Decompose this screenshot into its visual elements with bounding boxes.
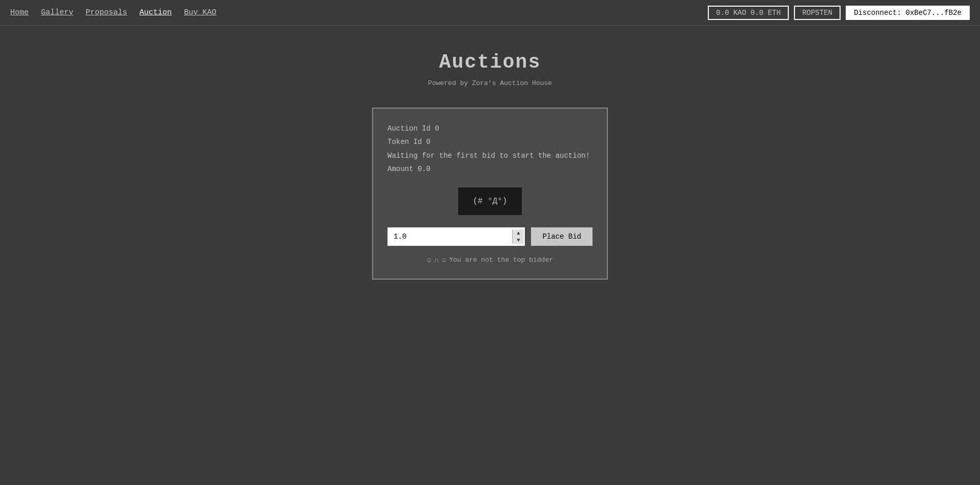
auction-info: Auction Id 0 Token Id 0 Waiting for the …: [387, 123, 593, 175]
status-icon-left: ☺: [427, 256, 431, 264]
auction-status: Waiting for the first bid to start the a…: [387, 150, 593, 161]
kaomoji-display: (# °Д°): [458, 187, 521, 215]
not-top-bidder-label: You are not the top bidder: [449, 256, 553, 264]
navbar: Home Gallery Proposals Auction Buy KAO 0…: [0, 0, 980, 26]
bid-input[interactable]: [389, 228, 512, 245]
nav-buy-kao[interactable]: Buy KAO: [184, 8, 216, 17]
auction-card: Auction Id 0 Token Id 0 Waiting for the …: [372, 108, 608, 280]
bid-decrement-button[interactable]: ▼: [513, 237, 524, 244]
bid-row: ▲ ▼ Place Bid: [387, 227, 593, 246]
kaomoji-container: (# °Д°): [387, 187, 593, 215]
page-title: Auctions: [439, 51, 541, 73]
bid-increment-button[interactable]: ▲: [513, 229, 524, 237]
auction-amount: Amount 0.0: [387, 163, 593, 175]
nav-proposals[interactable]: Proposals: [86, 8, 127, 17]
disconnect-button[interactable]: Disconnect: 0xBeC7...fB2e: [846, 6, 970, 20]
wallet-balance: 0.0 KAO 0.0 ETH: [708, 6, 789, 20]
status-icon-mid: ∩: [434, 256, 438, 264]
auction-id: Auction Id 0: [387, 123, 593, 134]
token-id: Token Id 0: [387, 136, 593, 147]
status-icon-right: ☺: [442, 256, 446, 264]
bid-spinners: ▲ ▼: [512, 229, 524, 244]
place-bid-button[interactable]: Place Bid: [531, 227, 593, 246]
nav-home[interactable]: Home: [10, 8, 29, 17]
page-subtitle: Powered by Zora's Auction House: [428, 79, 552, 87]
bidder-status-row: ☺ ∩ ☺ You are not the top bidder: [387, 256, 593, 264]
bid-input-wrapper: ▲ ▼: [387, 227, 525, 246]
nav-links: Home Gallery Proposals Auction Buy KAO: [10, 8, 216, 17]
nav-auction[interactable]: Auction: [139, 8, 172, 17]
nav-right: 0.0 KAO 0.0 ETH ROPSTEN Disconnect: 0xBe…: [708, 6, 970, 20]
main-content: Auctions Powered by Zora's Auction House…: [0, 26, 980, 280]
network-button[interactable]: ROPSTEN: [794, 6, 841, 20]
nav-gallery[interactable]: Gallery: [41, 8, 73, 17]
